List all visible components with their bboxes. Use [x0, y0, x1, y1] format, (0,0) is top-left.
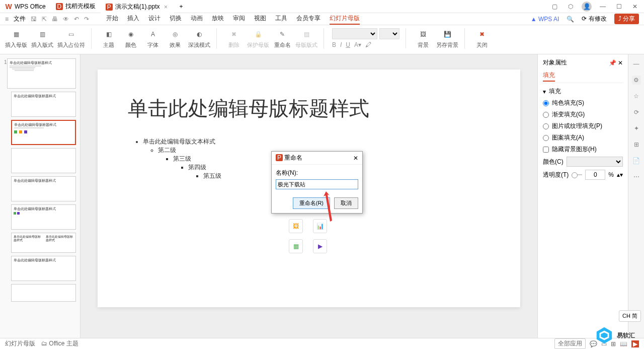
layout-thumb[interactable]: [11, 148, 76, 173]
close-icon[interactable]: ×: [162, 4, 169, 11]
user-avatar-icon[interactable]: 👤: [582, 2, 592, 12]
tab-start[interactable]: 开始: [106, 13, 118, 25]
cancel-button[interactable]: 取消: [334, 197, 358, 209]
print-icon[interactable]: 🖶: [52, 16, 58, 23]
tab-slide-master[interactable]: 幻灯片母版: [330, 13, 360, 25]
tab-presentation[interactable]: P 演示文稿(1).pptx ×: [101, 0, 175, 13]
confirm-button[interactable]: 重命名(R): [293, 197, 330, 209]
star-icon[interactable]: ☆: [632, 92, 641, 101]
file-menu[interactable]: 文件: [14, 15, 26, 23]
maximize-icon[interactable]: ☐: [614, 2, 624, 12]
pin-icon[interactable]: 📌: [609, 59, 616, 66]
tab-design[interactable]: 设计: [148, 13, 160, 25]
radio-gradient[interactable]: [543, 112, 549, 118]
font-family-select[interactable]: [332, 28, 377, 39]
tab-view[interactable]: 视图: [254, 13, 266, 25]
checkbox-hide-bg[interactable]: [543, 147, 549, 153]
transparency-slider[interactable]: [572, 174, 582, 175]
slide-title-placeholder[interactable]: 单击此处编辑母版标题样式: [128, 95, 490, 122]
background-button[interactable]: 🖼背景: [414, 28, 432, 49]
watermark-text: 易软汇: [617, 331, 635, 340]
new-tab-button[interactable]: +: [174, 0, 188, 13]
undo-icon[interactable]: ↶: [74, 16, 79, 23]
layout-thumb[interactable]: 单击此处编辑母版标题样式: [11, 92, 76, 117]
close-master-button[interactable]: ✖关闭: [473, 28, 491, 49]
tab-transition[interactable]: 切换: [170, 13, 182, 25]
layout-thumb[interactable]: 单击此处编辑母版标题样式: [11, 176, 76, 201]
doc-icon[interactable]: 📄: [632, 156, 641, 165]
radio-solid[interactable]: [543, 100, 549, 106]
tool-icon[interactable]: ✦: [632, 124, 641, 133]
tab-member[interactable]: 会员专享: [296, 13, 320, 25]
thumbnail-panel[interactable]: 1 单击此处编辑母版标题样式 单击此处编辑母版标题样式 单击此处编辑母版标题样式…: [0, 54, 80, 338]
font-size-select[interactable]: [379, 28, 399, 39]
insert-placeholder-button[interactable]: ▭插入占位符: [57, 28, 85, 49]
theme-button[interactable]: ◧主题: [100, 28, 118, 49]
layout-thumb[interactable]: 单击此处编辑母版标题样式: [11, 256, 76, 281]
save-icon[interactable]: 🖫: [31, 16, 37, 23]
window-layout-icon[interactable]: ▢: [549, 2, 559, 12]
name-input[interactable]: [276, 179, 358, 189]
italic-button[interactable]: I: [340, 41, 342, 48]
layout-thumb[interactable]: [11, 284, 76, 302]
layout-thumb[interactable]: 单击此处编辑母版标题样式单击此处编辑母版标题样式: [11, 233, 76, 253]
cube-icon[interactable]: ⬡: [566, 2, 576, 12]
radio-picture[interactable]: [543, 123, 549, 129]
tab-templates[interactable]: D 找稻壳模板: [51, 0, 101, 13]
more-icon[interactable]: ⋯: [632, 172, 641, 181]
menu-icon[interactable]: ≡: [5, 16, 9, 23]
preview-icon[interactable]: 👁: [63, 16, 69, 23]
radio-pattern[interactable]: [543, 135, 549, 141]
insert-video-icon[interactable]: ▶: [313, 239, 327, 253]
insert-chart-icon[interactable]: 📊: [313, 219, 327, 233]
plus-icon: +: [179, 3, 183, 10]
tab-review[interactable]: 审阅: [233, 13, 245, 25]
minimize-icon[interactable]: —: [598, 2, 608, 12]
search-icon[interactable]: 🔍: [567, 16, 574, 23]
tab-slideshow[interactable]: 放映: [212, 13, 224, 25]
insert-layout-button[interactable]: ▥插入版式: [31, 28, 53, 49]
ribbon-tabs: 开始 插入 设计 切换 动画 放映 审阅 视图 工具 会员专享 幻灯片母版: [106, 13, 360, 25]
refresh-icon[interactable]: ⟳: [632, 108, 641, 117]
effect-button[interactable]: ◎效果: [166, 28, 184, 49]
underline-button[interactable]: U: [346, 41, 350, 48]
font-color-button[interactable]: A▾: [354, 41, 361, 48]
panel-tab-fill[interactable]: 填充: [543, 72, 555, 82]
highlight-button[interactable]: 🖍: [365, 41, 371, 48]
transparency-input[interactable]: [585, 170, 605, 180]
tab-tools[interactable]: 工具: [275, 13, 287, 25]
all-apps-button[interactable]: 全部应用: [554, 338, 586, 349]
close-panel-icon[interactable]: ✕: [618, 59, 623, 66]
stepper-icon[interactable]: ▴▾: [617, 171, 623, 178]
window-close-icon[interactable]: ✕: [630, 2, 640, 12]
share-button[interactable]: ⤴ 分享: [614, 14, 639, 24]
app-tab[interactable]: W WPS Office: [0, 0, 51, 13]
tab-animation[interactable]: 动画: [191, 13, 203, 25]
font-button[interactable]: A字体: [144, 28, 162, 49]
text-level-3: 第三级: [173, 155, 191, 162]
insert-table-icon[interactable]: ▦: [289, 239, 303, 253]
pattern-button[interactable]: ◐深浅模式: [188, 28, 210, 49]
settings-icon[interactable]: ⚙: [632, 76, 641, 85]
layout-thumb-selected[interactable]: 单击此处编辑母版标题样式: [11, 120, 76, 145]
color-button[interactable]: ◉颜色: [122, 28, 140, 49]
color-select[interactable]: [567, 157, 623, 167]
redo-icon[interactable]: ↷: [84, 16, 89, 23]
rename-button[interactable]: ✎重命名: [273, 28, 291, 49]
master-thumb[interactable]: 单击此处编辑母版标题样式: [7, 58, 76, 89]
placeholder-icon: ▭: [65, 28, 77, 40]
layout-thumb[interactable]: 单击此处编辑母版标题样式: [11, 204, 76, 230]
section-header[interactable]: ▾ 填充: [543, 87, 623, 96]
dialog-title-text: 重命名: [284, 154, 302, 161]
insert-image-icon[interactable]: 🖼: [289, 219, 303, 233]
export-icon[interactable]: ⇱: [42, 16, 47, 23]
minus-icon[interactable]: —: [632, 59, 641, 68]
insert-master-button[interactable]: ▦插入母版: [5, 28, 27, 49]
language-badge[interactable]: CH 简: [619, 310, 641, 322]
dialog-close-icon[interactable]: ✕: [353, 155, 358, 162]
wps-ai-button[interactable]: ▲ WPS AI: [531, 16, 559, 23]
grid-icon[interactable]: ⊞: [632, 140, 641, 149]
tab-insert[interactable]: 插入: [127, 13, 139, 25]
save-bg-button[interactable]: 💾另存背景: [436, 28, 458, 49]
bold-button[interactable]: B: [332, 41, 336, 48]
